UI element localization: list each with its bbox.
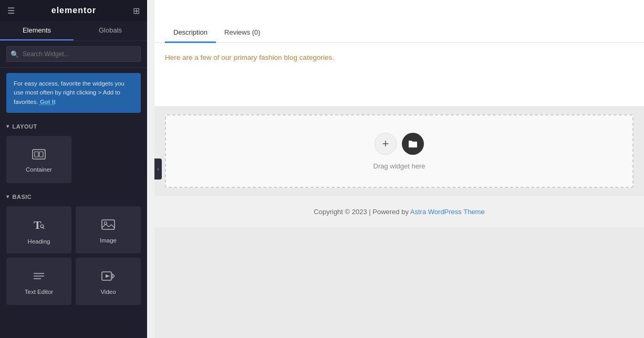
basic-arrow-icon: ▾: [6, 194, 9, 199]
app-title: elementor: [51, 6, 96, 15]
page-footer: Copyright © 2023 | Powered by Astra Word…: [154, 196, 644, 227]
description-text: Here are a few of our primary fashion bl…: [165, 54, 633, 61]
widget-text-editor[interactable]: Text Editor: [6, 258, 71, 305]
heading-icon: T: [32, 217, 46, 234]
page-top-bar: [154, 0, 644, 21]
hamburger-icon[interactable]: ☰: [7, 6, 15, 16]
basic-label: Basic: [13, 194, 32, 200]
tab-elements[interactable]: Elements: [0, 21, 74, 40]
search-input[interactable]: [6, 46, 141, 62]
layout-section-label: ▾ Layout: [0, 118, 147, 133]
tab-description[interactable]: Description: [165, 21, 216, 43]
drag-widget-buttons: +: [375, 133, 424, 155]
widget-heading-label: Heading: [28, 238, 50, 245]
widget-text-editor-label: Text Editor: [25, 289, 53, 295]
widget-heading[interactable]: T Heading: [6, 206, 71, 254]
grid-icon[interactable]: ⊞: [133, 6, 140, 16]
product-tabs: Description Reviews (0): [154, 21, 644, 43]
footer-link[interactable]: Astra WordPress Theme: [410, 208, 485, 216]
tip-text: For easy access, favorite the widgets yo…: [14, 80, 124, 105]
drag-widget-label: Drag widget here: [373, 162, 425, 170]
layout-label: Layout: [13, 123, 37, 130]
svg-rect-6: [102, 220, 115, 229]
layout-widgets-grid: Container: [0, 133, 147, 188]
sidebar-tabs: Elements Globals: [0, 21, 147, 41]
video-icon: [101, 270, 116, 284]
svg-rect-1: [35, 152, 38, 157]
got-it-button[interactable]: Got It: [40, 99, 56, 105]
sidebar-search-area: 🔍: [0, 41, 147, 68]
basic-widgets-grid: T Heading Image: [0, 203, 147, 310]
svg-text:T: T: [34, 218, 41, 231]
svg-marker-12: [112, 274, 115, 278]
widget-image[interactable]: Image: [76, 206, 141, 254]
svg-marker-13: [106, 274, 110, 278]
text-editor-icon: [32, 270, 46, 284]
widget-image-label: Image: [100, 237, 117, 244]
sidebar: ☰ elementor ⊞ Elements Globals 🔍 For eas…: [0, 0, 147, 338]
widget-video[interactable]: Video: [76, 258, 141, 305]
widget-container-label: Container: [26, 166, 52, 173]
main-canvas: Description Reviews (0) Here are a few o…: [154, 0, 644, 338]
widget-video-label: Video: [100, 289, 116, 295]
layout-arrow-icon: ▾: [6, 123, 9, 129]
sidebar-collapse-handle[interactable]: ‹: [154, 159, 162, 179]
search-icon: 🔍: [11, 50, 19, 58]
image-icon: [101, 218, 116, 233]
svg-rect-2: [39, 152, 43, 157]
product-content: Here are a few of our primary fashion bl…: [154, 43, 644, 106]
tip-banner: For easy access, favorite the widgets yo…: [6, 73, 141, 113]
add-widget-button[interactable]: +: [375, 133, 397, 155]
sidebar-header: ☰ elementor ⊞: [0, 0, 147, 21]
tab-reviews[interactable]: Reviews (0): [216, 21, 269, 43]
widget-container[interactable]: Container: [6, 136, 71, 183]
canvas-scroll-area: Description Reviews (0) Here are a few o…: [154, 0, 644, 338]
basic-section-label: ▾ Basic: [0, 188, 147, 203]
container-icon: [32, 149, 46, 162]
drag-widget-zone[interactable]: + Drag widget here: [165, 114, 633, 188]
template-library-button[interactable]: [402, 133, 424, 155]
tab-globals[interactable]: Globals: [74, 21, 147, 40]
footer-text: Copyright © 2023 | Powered by: [314, 208, 410, 216]
